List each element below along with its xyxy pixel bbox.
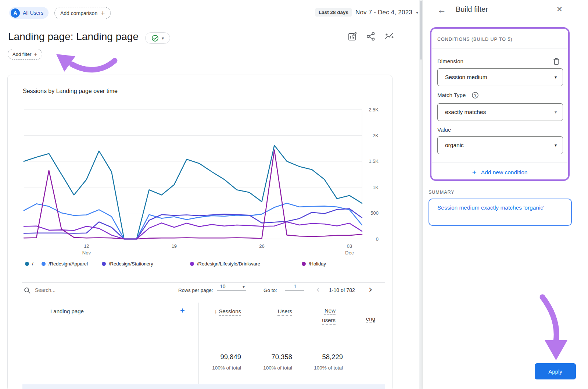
- column-divider: [198, 303, 199, 389]
- conditions-divider: [432, 49, 567, 49]
- legend-label: /Redesign/Stationery: [109, 261, 153, 267]
- next-page-button[interactable]: ›: [369, 285, 372, 294]
- apply-button[interactable]: Apply: [535, 363, 576, 379]
- x-axis-tick-label: 26: [259, 243, 264, 249]
- legend-item: /: [25, 261, 33, 267]
- topbar-divider: [0, 23, 423, 23]
- chevron-down-icon: ▾: [416, 10, 418, 15]
- match-type-label: Match Type: [437, 92, 466, 98]
- conditions-section-title: CONDITIONS (BUILD UP TO 5): [437, 37, 513, 42]
- search-input[interactable]: Search...: [35, 287, 55, 293]
- legend-dot-icon: [190, 262, 194, 266]
- report-toolbar: [348, 32, 394, 41]
- goto-page-value: 1: [294, 283, 297, 289]
- legend-dot-icon: [102, 262, 106, 266]
- legend-dot-icon: [302, 262, 306, 266]
- ga4-report-page: A All Users Add comparison + Last 28 day…: [0, 0, 588, 389]
- trash-icon[interactable]: [553, 57, 560, 65]
- plus-icon: +: [472, 168, 477, 177]
- conditions-divider: [432, 163, 567, 163]
- y-axis-tick-label: 0: [376, 236, 379, 242]
- chevron-down-icon: ▾: [555, 75, 557, 80]
- goto-page-input[interactable]: 1: [285, 283, 304, 291]
- total-new-users-share: 100% of total: [295, 365, 343, 371]
- plus-icon: +: [34, 51, 37, 58]
- y-axis-tick-label: 1.5K: [369, 158, 379, 164]
- insights-icon[interactable]: [384, 32, 394, 41]
- back-arrow-icon[interactable]: ←: [437, 5, 446, 15]
- dimension-select[interactable]: Session medium ▾: [437, 68, 563, 86]
- chevron-down-icon: ▾: [243, 284, 245, 289]
- x-axis-tick-label: Nov: [82, 250, 91, 256]
- column-header-sessions[interactable]: ↓ Sessions: [200, 308, 241, 315]
- account-avatar: A: [11, 8, 20, 18]
- match-type-select[interactable]: exactly matches ▾: [437, 103, 563, 121]
- total-sessions-value: 99,849: [193, 353, 241, 361]
- goto-page-label: Go to:: [263, 288, 277, 293]
- date-range-picker[interactable]: Last 28 days Nov 7 - Dec 4, 2023 ▾: [315, 8, 418, 17]
- summary-box: [429, 199, 572, 226]
- add-new-condition-button[interactable]: + Add new condition: [430, 166, 570, 179]
- y-axis-tick-label: 500: [370, 210, 379, 216]
- chart-title: Sessions by Landing page over time: [23, 88, 118, 94]
- dimension-label: Dimension: [437, 58, 463, 64]
- add-column-button[interactable]: +: [180, 306, 185, 315]
- scrollbar-thumb[interactable]: [420, 1, 422, 60]
- plus-icon: +: [101, 9, 105, 17]
- chevron-down-icon: ▾: [555, 143, 557, 148]
- help-icon[interactable]: ?: [472, 92, 479, 99]
- edit-chart-icon[interactable]: [348, 32, 357, 41]
- chevron-down-icon: ▾: [555, 110, 557, 115]
- legend-label: /: [32, 261, 33, 267]
- sort-desc-icon: ↓: [214, 308, 217, 314]
- legend-label: /Redesign/Apparel: [49, 261, 88, 267]
- rows-per-page-select[interactable]: 10 ▾: [217, 283, 246, 291]
- column-header-users[interactable]: Users: [263, 308, 292, 314]
- column-header-engagement[interactable]: eng: [366, 315, 381, 322]
- value-value: organic: [445, 142, 464, 149]
- add-filter-label: Add filter: [12, 51, 31, 57]
- pagination-range: 1-10 of 782: [329, 287, 355, 293]
- y-axis-tick-label: 1K: [373, 185, 379, 190]
- legend-dot-icon: [42, 262, 46, 266]
- total-new-users-value: 58,229: [295, 353, 343, 361]
- table-row[interactable]: [22, 384, 385, 389]
- sessions-over-time-chart: 05001K1.5K2K2.5K12Nov192603Dec: [15, 104, 386, 260]
- summary-text: Session medium exactly matches 'organic': [437, 203, 559, 212]
- prev-page-button[interactable]: ‹: [316, 285, 320, 294]
- add-comparison-button[interactable]: Add comparison +: [54, 7, 111, 19]
- check-circle-icon: [151, 35, 159, 42]
- panel-divider: [431, 22, 588, 22]
- close-icon[interactable]: ✕: [556, 5, 563, 14]
- legend-item: /Holiday: [302, 261, 326, 267]
- panel-title: Build filter: [456, 5, 488, 14]
- all-users-label: All Users: [23, 10, 43, 16]
- card-divider: [22, 282, 385, 283]
- svg-text:?: ?: [474, 93, 477, 97]
- x-axis-tick-label: 12: [84, 243, 89, 249]
- share-icon[interactable]: [366, 32, 376, 41]
- x-axis-tick-label: Dec: [345, 250, 354, 256]
- header-divider: [22, 333, 385, 333]
- add-filter-button[interactable]: Add filter +: [8, 49, 42, 60]
- value-select[interactable]: organic ▾: [437, 136, 563, 154]
- search-icon: [24, 287, 31, 294]
- legend-item: /Redesign/Stationery: [102, 261, 153, 267]
- x-axis-tick-label: 19: [172, 243, 177, 249]
- value-label: Value: [437, 126, 451, 133]
- summary-section-title: SUMMARY: [429, 190, 455, 195]
- add-new-condition-label: Add new condition: [481, 169, 528, 176]
- date-preset-badge: Last 28 days: [315, 8, 352, 17]
- annotation-arrow-apply: [526, 290, 588, 364]
- date-range-text: Nov 7 - Dec 4, 2023: [355, 9, 412, 16]
- legend-dot-icon: [25, 262, 29, 266]
- report-status-badge[interactable]: ▾: [145, 32, 170, 44]
- legend-label: /Redesign/Lifestyle/Drinkware: [197, 261, 260, 267]
- match-type-value: exactly matches: [445, 109, 486, 115]
- all-users-segment-chip[interactable]: A All Users: [9, 7, 49, 19]
- x-axis-tick-label: 03: [347, 243, 352, 249]
- dimension-value: Session medium: [445, 74, 487, 81]
- total-users-share: 100% of total: [244, 365, 292, 371]
- column-header-new-users[interactable]: New users: [313, 306, 336, 325]
- legend-item: /Redesign/Apparel: [42, 261, 88, 267]
